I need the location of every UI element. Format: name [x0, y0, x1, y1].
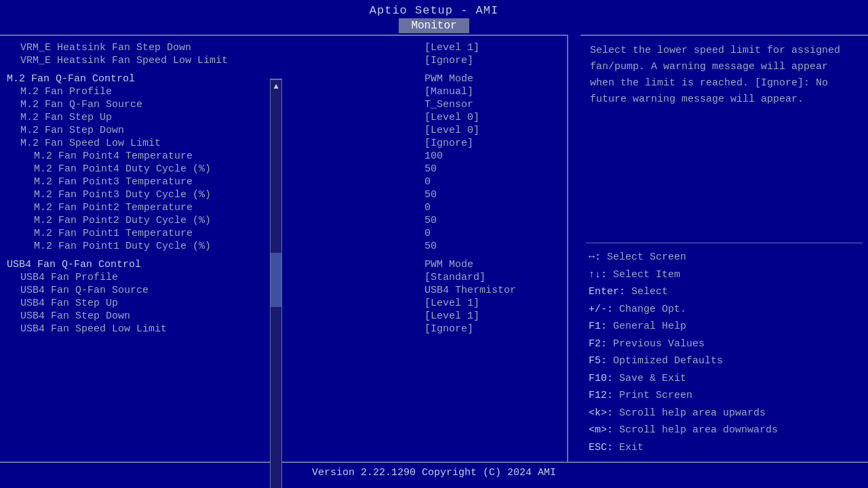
menu-value: [Level 1] [425, 42, 560, 54]
key-action: Scroll help area downwards [619, 424, 778, 436]
menu-item[interactable]: USB4 Fan Profile[Standard] [7, 271, 560, 284]
menu-item[interactable]: M.2 Fan Step Up[Level 0] [7, 111, 560, 124]
menu-item[interactable]: USB4 Fan Q-Fan SourceUSB4 Thermistor [7, 284, 560, 297]
menu-label: M.2 Fan Point2 Temperature [7, 202, 193, 214]
menu-value: 0 [425, 202, 560, 214]
menu-item[interactable]: USB4 Fan Step Up[Level 1] [7, 297, 560, 310]
key-item: <k>: Scroll help area upwards [589, 405, 860, 422]
menu-item[interactable]: M.2 Fan Point2 Temperature0 [7, 201, 560, 214]
menu-label: USB4 Fan Step Up [7, 298, 118, 309]
menu-item[interactable]: VRM_E Heatsink Fan Speed Low Limit[Ignor… [7, 54, 560, 67]
menu-label: M.2 Fan Point3 Temperature [7, 176, 193, 188]
menu-label: M.2 Fan Point1 Temperature [7, 228, 193, 239]
menu-value: [Level 1] [425, 310, 560, 322]
menu-label: VRM_E Heatsink Fan Step Down [7, 42, 191, 54]
menu-label: M.2 Fan Q-Fan Control [7, 73, 135, 85]
menu-item[interactable]: USB4 Fan Speed Low Limit[Ignore] [7, 323, 560, 336]
menu-label: M.2 Fan Speed Low Limit [7, 138, 161, 149]
menu-value: 0 [425, 176, 560, 188]
menu-item[interactable]: M.2 Fan Speed Low Limit[Ignore] [7, 137, 560, 150]
menu-label: USB4 Fan Q-Fan Source [7, 285, 149, 296]
menu-item: M.2 Fan Q-Fan ControlPWM Mode [7, 73, 560, 85]
header: Aptio Setup - AMI Monitor [0, 0, 868, 35]
right-panel: Select the lower speed limit for assigne… [580, 35, 868, 462]
active-tab[interactable]: Monitor [399, 18, 469, 33]
menu-item[interactable]: M.2 Fan Q-Fan SourceT_Sensor [7, 98, 560, 111]
menu-label: VRM_E Heatsink Fan Speed Low Limit [7, 55, 228, 66]
scroll-thumb[interactable] [271, 253, 281, 307]
menu-item[interactable]: M.2 Fan Point3 Temperature0 [7, 176, 560, 188]
menu-item: USB4 Fan Q-Fan ControlPWM Mode [7, 258, 560, 271]
key-action: Select Screen [607, 251, 686, 263]
key-item: F1: General Help [589, 318, 860, 336]
key-action: Print Screen [619, 390, 692, 401]
menu-item[interactable]: M.2 Fan Point4 Temperature100 [7, 150, 560, 163]
key-legend: ↔: Select Screen↑↓: Select ItemEnter: Se… [580, 243, 868, 462]
key-shortcut: F5: [589, 355, 613, 367]
key-shortcut: <k>: [589, 407, 619, 419]
key-shortcut: ↑↓: [589, 269, 613, 281]
menu-label: USB4 Fan Profile [7, 272, 118, 283]
menu-value: 0 [425, 228, 560, 239]
menu-value: 50 [425, 163, 560, 175]
menu-label: M.2 Fan Point4 Temperature [7, 150, 193, 162]
app-title: Aptio Setup - AMI [0, 4, 868, 17]
key-shortcut: ↔: [589, 251, 607, 263]
menu-item[interactable]: M.2 Fan Point4 Duty Cycle (%)50 [7, 163, 560, 176]
menu-label: M.2 Fan Profile [7, 86, 112, 98]
key-item: F12: Print Screen [589, 387, 860, 405]
menu-value: USB4 Thermistor [425, 285, 560, 296]
key-item: ESC: Exit [589, 439, 860, 457]
key-action: Save & Exit [619, 373, 686, 384]
menu-value: [Ignore] [425, 55, 560, 66]
key-action: Change Opt. [619, 304, 686, 315]
key-item: F10: Save & Exit [589, 370, 860, 388]
key-item: Enter: Select [589, 283, 860, 301]
menu-label: USB4 Fan Speed Low Limit [7, 323, 167, 335]
menu-label: M.2 Fan Point1 Duty Cycle (%) [7, 241, 211, 252]
key-item: F2: Previous Values [589, 336, 860, 353]
key-shortcut: +/-: [589, 304, 619, 315]
menu-value: [Manual] [425, 86, 560, 98]
menu-item[interactable]: M.2 Fan Step Down[Level 0] [7, 124, 560, 137]
menu-label: M.2 Fan Step Up [7, 112, 112, 123]
menu-value: PWM Mode [425, 73, 560, 85]
menu-item[interactable]: USB4 Fan Step Down[Level 1] [7, 310, 560, 323]
menu-label: M.2 Fan Point2 Duty Cycle (%) [7, 215, 211, 226]
menu-value: 50 [425, 241, 560, 252]
scroll-up-arrow[interactable]: ▲ [271, 80, 281, 94]
menu-item[interactable]: M.2 Fan Point1 Duty Cycle (%)50 [7, 240, 560, 253]
footer-text: Version 2.22.1290 Copyright (C) 2024 AMI [312, 467, 556, 479]
key-shortcut: F10: [589, 373, 619, 384]
menu-value: [Level 0] [425, 125, 560, 136]
menu-label: USB4 Fan Q-Fan Control [7, 259, 141, 270]
key-item: ↔: Select Screen [589, 249, 860, 266]
menu-value: [Level 1] [425, 298, 560, 309]
key-item: ↑↓: Select Item [589, 266, 860, 284]
menu-value: 50 [425, 189, 560, 201]
menu-item[interactable]: M.2 Fan Point1 Temperature0 [7, 227, 560, 240]
menu-item[interactable]: VRM_E Heatsink Fan Step Down[Level 1] [7, 41, 560, 54]
menu-item[interactable]: M.2 Fan Profile[Manual] [7, 85, 560, 98]
menu-item[interactable]: M.2 Fan Point2 Duty Cycle (%)50 [7, 214, 560, 227]
key-item: +/-: Change Opt. [589, 301, 860, 319]
key-shortcut: F1: [589, 321, 613, 332]
key-shortcut: ESC: [589, 442, 619, 453]
scrollbar[interactable]: ▲ ▼ [270, 79, 282, 488]
menu-item[interactable]: M.2 Fan Point3 Duty Cycle (%)50 [7, 188, 560, 201]
menu-label: USB4 Fan Step Down [7, 310, 130, 322]
key-action: Optimized Defaults [613, 355, 723, 367]
key-action: Select [631, 286, 668, 298]
key-action: Exit [619, 442, 644, 453]
key-shortcut: <m>: [589, 424, 619, 436]
key-shortcut: Enter: [589, 286, 631, 298]
left-panel: VRM_E Heatsink Fan Step Down[Level 1]VRM… [0, 35, 568, 462]
menu-label: M.2 Fan Q-Fan Source [7, 99, 142, 110]
menu-value: T_Sensor [425, 99, 560, 110]
scroll-track [271, 94, 281, 488]
key-action: Scroll help area upwards [619, 407, 766, 419]
menu-value: [Standard] [425, 272, 560, 283]
key-action: Previous Values [613, 338, 705, 350]
menu-label: M.2 Fan Step Down [7, 125, 124, 136]
key-action: Select Item [613, 269, 680, 281]
